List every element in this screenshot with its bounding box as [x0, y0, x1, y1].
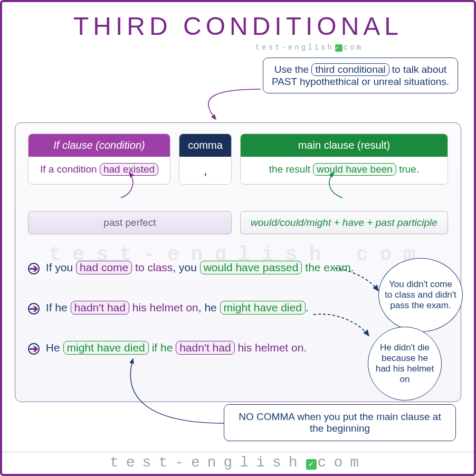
callout-text: NO COMMA when you put the main clause at…: [239, 411, 441, 434]
check-icon: ✓: [335, 44, 342, 52]
if-clause-card: If clause (condition) If a condition had…: [28, 134, 170, 185]
callout-text: Use the: [274, 64, 312, 75]
bullet-icon: ➔: [28, 303, 40, 315]
meaning-bubble: He didn't die because he had his helmet …: [368, 327, 442, 401]
structure-panel: If clause (condition) If a condition had…: [15, 122, 461, 402]
tense-labels-row: past perfect would/could/might + have + …: [28, 211, 448, 234]
card-body: If a condition had existed: [28, 157, 170, 182]
example-text: to class: [132, 261, 173, 273]
footer-brand: test-english✓com: [2, 452, 474, 471]
example-text: if he: [149, 341, 176, 354]
example-text: the exam.: [302, 261, 354, 273]
main-clause-card: main clause (result) the result would ha…: [240, 134, 448, 185]
card-body: ,: [179, 157, 231, 184]
example-text: , he: [198, 301, 220, 313]
grammar-pill: might have died: [63, 341, 149, 355]
page-frame: THIRD CONDITIONAL test-english✓com Use t…: [0, 0, 476, 476]
bubble-text: You didn't come to class and didn't pass…: [384, 279, 457, 311]
example-text: his helmet on: [129, 301, 198, 313]
brand-watermark-small: test-english✓com: [255, 43, 363, 52]
grammar-pill: would have passed: [200, 261, 302, 274]
grammar-pill: hadn't had: [71, 301, 129, 315]
footer-text: test-english: [110, 454, 305, 471]
example-text: If he: [46, 301, 71, 313]
card-header: main clause (result): [241, 134, 448, 157]
comma-card: comma ,: [179, 134, 232, 185]
page-title: THIRD CONDITIONAL: [14, 12, 462, 41]
example-text: his helmet on.: [235, 341, 307, 354]
grammar-pill: had existed: [100, 163, 158, 176]
grammar-pill: had come: [76, 261, 132, 274]
bubble-text: He didn't die because he had his helmet …: [374, 342, 436, 385]
usage-callout: Use the third conditional to talk about …: [263, 58, 458, 93]
example-text: If you: [46, 261, 76, 273]
meaning-bubble: You didn't come to class and didn't pass…: [378, 258, 463, 332]
highlight-pill: third conditional: [311, 63, 389, 76]
card-body: the result would have been true.: [241, 157, 448, 182]
brand-text: test-english: [255, 43, 334, 52]
card-text: If a condition: [40, 164, 100, 175]
grammar-pill: would have been: [313, 163, 396, 176]
card-header: comma: [179, 134, 231, 157]
brand-text: com: [344, 43, 363, 52]
bullet-icon: ➔: [28, 343, 40, 355]
arrow-dashed-connector: [311, 312, 374, 344]
footer-text: com: [318, 454, 366, 471]
example-text: He: [46, 341, 63, 354]
clause-cards-row: If clause (condition) If a condition had…: [28, 134, 448, 185]
grammar-pill: hadn't had: [176, 341, 234, 355]
tense-label-result-form: would/could/might + have + past particip…: [240, 211, 448, 234]
example-sentence: ➔ If you had come to class, you would ha…: [28, 261, 448, 274]
no-comma-callout: NO COMMA when you put the main clause at…: [224, 404, 456, 441]
card-text: true.: [396, 164, 419, 175]
bullet-icon: ➔: [28, 263, 40, 274]
card-text: the result: [269, 164, 313, 175]
tense-label-past-perfect: past perfect: [28, 211, 232, 234]
example-text: .: [306, 301, 309, 313]
grammar-pill: might have died: [220, 301, 306, 315]
card-header: If clause (condition): [28, 134, 170, 157]
check-icon: ✓: [306, 459, 317, 470]
example-text: , you: [173, 261, 199, 273]
